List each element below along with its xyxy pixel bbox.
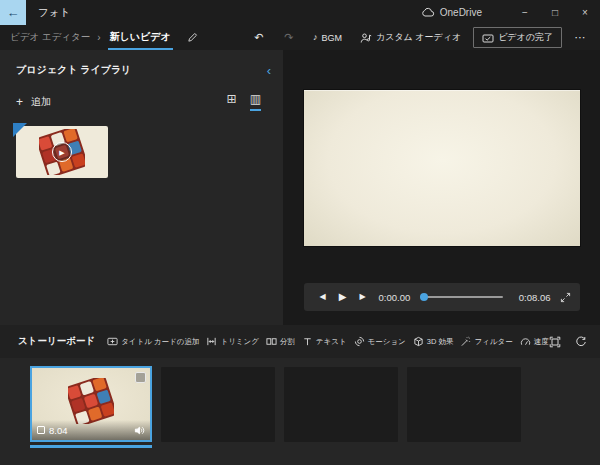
effects-3d-label: 3D 効果 bbox=[427, 337, 454, 347]
undo-button[interactable]: ↶ bbox=[247, 32, 271, 43]
back-arrow-icon: ← bbox=[7, 6, 20, 19]
maximize-icon: □ bbox=[552, 8, 558, 18]
text-tool-icon bbox=[302, 336, 313, 347]
storyboard-title: ストーリーボード bbox=[18, 335, 95, 348]
storyboard-empty-slot bbox=[407, 367, 521, 442]
play-icon: ▶ bbox=[339, 292, 347, 302]
add-title-card-button[interactable]: タイトル カードの追加 bbox=[107, 336, 199, 347]
split-button[interactable]: 分割 bbox=[266, 336, 295, 347]
back-button[interactable]: ← bbox=[0, 0, 26, 25]
view-toggles: ⊞ ▥ bbox=[227, 92, 261, 111]
rotate-icon bbox=[575, 336, 587, 348]
effects-3d-button[interactable]: 3D 効果 bbox=[413, 336, 454, 347]
next-frame-button[interactable]: ▶ bbox=[353, 293, 373, 301]
split-label: 分割 bbox=[280, 337, 295, 347]
redo-button[interactable]: ↷ bbox=[277, 32, 301, 43]
app-title: フォト bbox=[38, 6, 70, 20]
frame-resize-icon bbox=[549, 336, 561, 348]
motion-button[interactable]: モーション bbox=[354, 336, 406, 347]
custom-audio-label: カスタム オーディオ bbox=[376, 31, 461, 44]
motion-label: モーション bbox=[368, 337, 406, 347]
collapse-panel-button[interactable]: ‹ bbox=[267, 64, 271, 77]
finish-video-button[interactable]: ビデオの完了 bbox=[473, 27, 562, 48]
speedometer-icon bbox=[520, 336, 531, 347]
storyboard-toolbar: ストーリーボード タイトル カードの追加 トリミング bbox=[0, 325, 600, 358]
fullscreen-icon bbox=[560, 292, 571, 303]
add-media-label: 追加 bbox=[31, 95, 51, 109]
previous-frame-button[interactable]: ◀ bbox=[313, 293, 333, 301]
grid-view-icon: ⊞ bbox=[227, 92, 237, 106]
clip-checkbox[interactable] bbox=[135, 372, 146, 383]
text-label: テキスト bbox=[316, 337, 347, 347]
speed-button[interactable]: 速度 bbox=[520, 336, 549, 347]
fullscreen-button[interactable] bbox=[560, 292, 571, 303]
undo-icon: ↶ bbox=[254, 32, 263, 43]
next-frame-icon: ▶ bbox=[359, 293, 365, 301]
clip-info-bar: 8.04 bbox=[32, 420, 150, 440]
project-library-header: プロジェクト ライブラリ ‹ bbox=[0, 50, 283, 77]
command-bar-actions: ↶ ↷ ♪ BGM カスタム オーディオ ビデオの完了 bbox=[247, 27, 600, 48]
cloud-icon bbox=[421, 7, 435, 18]
titlebar-right: OneDrive − □ × bbox=[421, 0, 600, 25]
speed-label: 速度 bbox=[534, 337, 549, 347]
play-button[interactable]: ▶ bbox=[333, 292, 353, 302]
chevron-left-icon: ‹ bbox=[267, 63, 271, 78]
clip-frame-icon bbox=[37, 426, 45, 434]
redo-icon: ↷ bbox=[284, 32, 293, 43]
playback-controls: ◀ ▶ ▶ 0:00.00 0:08.06 bbox=[304, 283, 580, 311]
total-time: 0:08.06 bbox=[519, 292, 551, 303]
minimize-button[interactable]: − bbox=[510, 0, 540, 25]
pencil-icon bbox=[187, 32, 198, 43]
storyboard-empty-slot bbox=[284, 367, 398, 442]
cube-3d-icon bbox=[413, 336, 424, 347]
trim-icon bbox=[206, 336, 217, 347]
bgm-label: BGM bbox=[321, 33, 342, 43]
storyboard-icon-tools: ⋯ bbox=[549, 334, 600, 350]
project-library-toolbar: + 追加 ⊞ ▥ bbox=[0, 77, 283, 111]
breadcrumb-video-editor[interactable]: ビデオ エディター bbox=[10, 31, 90, 44]
add-media-button[interactable]: + 追加 bbox=[16, 95, 51, 109]
trim-label: トリミング bbox=[220, 337, 258, 347]
play-overlay-icon: ▶ bbox=[52, 142, 72, 162]
filter-button[interactable]: フィルター bbox=[460, 336, 512, 347]
current-time: 0:00.00 bbox=[379, 292, 411, 303]
add-title-card-label: タイトル カードの追加 bbox=[121, 337, 199, 347]
speaker-icon bbox=[134, 425, 145, 436]
breadcrumb-project-name[interactable]: 新しいビデオ bbox=[108, 26, 173, 50]
rename-project-button[interactable] bbox=[187, 32, 198, 43]
custom-audio-icon bbox=[360, 32, 372, 44]
filter-wand-icon bbox=[460, 336, 471, 347]
finish-video-icon bbox=[482, 32, 494, 44]
motion-icon bbox=[354, 336, 365, 347]
plus-icon: + bbox=[16, 96, 23, 108]
title-card-icon bbox=[107, 336, 118, 347]
bgm-button[interactable]: ♪ BGM bbox=[307, 30, 348, 46]
seek-slider-thumb[interactable] bbox=[420, 293, 428, 301]
remove-black-bars-button[interactable] bbox=[549, 336, 561, 348]
column-view-icon: ▥ bbox=[250, 92, 261, 106]
trim-button[interactable]: トリミング bbox=[206, 336, 258, 347]
close-button[interactable]: × bbox=[570, 0, 600, 25]
finish-video-label: ビデオの完了 bbox=[498, 31, 553, 44]
minimize-icon: − bbox=[522, 8, 528, 18]
library-video-item[interactable]: ▶ bbox=[16, 126, 108, 178]
rotate-button[interactable] bbox=[575, 336, 587, 348]
photos-app-window: ← フォト OneDrive − □ × bbox=[0, 0, 600, 465]
custom-audio-button[interactable]: カスタム オーディオ bbox=[354, 28, 467, 47]
seek-slider[interactable] bbox=[420, 296, 503, 298]
text-button[interactable]: テキスト bbox=[302, 336, 347, 347]
grid-view-button[interactable]: ⊞ bbox=[227, 92, 237, 111]
onedrive-status[interactable]: OneDrive bbox=[421, 7, 482, 18]
column-view-button[interactable]: ▥ bbox=[250, 92, 261, 111]
storyboard-clip-selected[interactable]: 8.04 bbox=[30, 366, 152, 442]
previous-frame-icon: ◀ bbox=[319, 293, 325, 301]
split-icon bbox=[266, 336, 277, 347]
clip-selection-underline bbox=[30, 445, 152, 448]
volume-button[interactable] bbox=[134, 425, 145, 436]
clip-duration: 8.04 bbox=[49, 425, 68, 436]
more-options-button[interactable]: ⋯ bbox=[568, 32, 592, 43]
maximize-button[interactable]: □ bbox=[540, 0, 570, 25]
music-note-icon: ♪ bbox=[313, 33, 318, 42]
chevron-right-icon: › bbox=[97, 32, 100, 43]
video-preview-frame bbox=[304, 90, 580, 246]
